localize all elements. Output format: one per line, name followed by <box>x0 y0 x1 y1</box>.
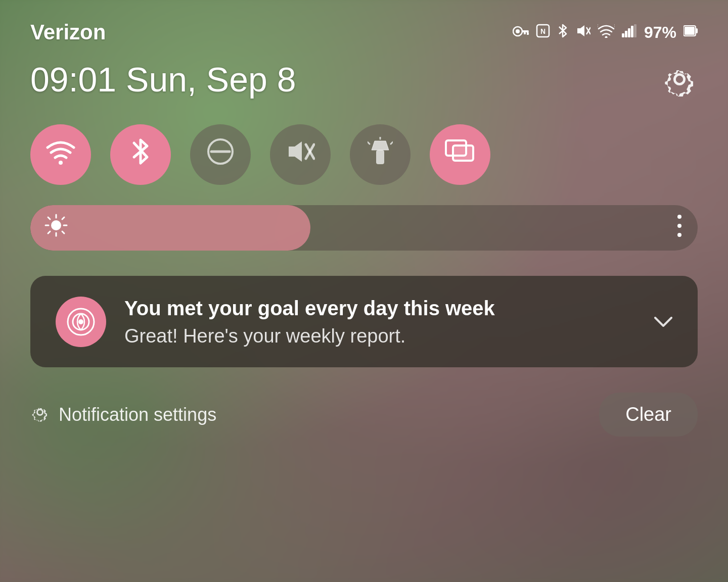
dnd-toggle[interactable] <box>190 124 251 185</box>
mute-toggle[interactable] <box>270 124 331 185</box>
svg-point-19 <box>59 161 63 165</box>
svg-point-40 <box>677 215 681 219</box>
settings-gear-button[interactable] <box>661 61 698 98</box>
datetime-display: 09:01 Sun, Sep 8 <box>30 60 296 99</box>
brightness-fill <box>30 205 310 251</box>
svg-rect-15 <box>634 24 636 37</box>
dnd-toggle-icon <box>206 137 235 172</box>
battery-icon <box>684 24 698 40</box>
svg-marker-22 <box>289 141 302 162</box>
wifi-status-icon <box>598 24 615 41</box>
signal-icon <box>622 24 637 41</box>
svg-rect-11 <box>622 33 624 37</box>
notification-content: You met your goal every day this week Gr… <box>124 296 636 347</box>
clear-button[interactable]: Clear <box>599 393 698 437</box>
brightness-slider[interactable] <box>30 205 698 251</box>
bottom-row: Notification settings Clear <box>30 393 698 437</box>
vpn-icon <box>513 24 529 40</box>
screen-capture-toggle[interactable] <box>430 124 490 185</box>
svg-marker-7 <box>577 25 584 36</box>
svg-point-45 <box>78 319 83 324</box>
bluetooth-toggle-icon <box>130 136 151 173</box>
carrier-label: Verizon <box>30 20 106 44</box>
svg-point-42 <box>677 233 681 237</box>
notification-settings-link[interactable]: Notification settings <box>30 403 216 426</box>
wifi-toggle[interactable] <box>30 124 91 185</box>
svg-line-37 <box>62 231 64 233</box>
status-bar: Verizon N <box>30 20 698 44</box>
notification-expand-chevron[interactable] <box>654 311 672 332</box>
svg-point-10 <box>605 36 607 38</box>
bluetooth-toggle[interactable] <box>110 124 171 185</box>
notification-card[interactable]: You met your goal every day this week Gr… <box>30 276 698 367</box>
svg-line-27 <box>391 142 393 144</box>
svg-rect-12 <box>625 31 627 37</box>
svg-point-1 <box>516 29 520 33</box>
svg-rect-30 <box>453 146 473 161</box>
quick-toggles-row <box>30 124 698 185</box>
nfc-icon: N <box>536 24 550 41</box>
svg-line-26 <box>368 142 370 144</box>
svg-point-41 <box>677 224 681 228</box>
notification-title: You met your goal every day this week <box>124 296 636 320</box>
notif-app-icon <box>56 297 106 347</box>
svg-point-31 <box>51 220 61 230</box>
flashlight-toggle[interactable] <box>350 124 411 185</box>
svg-line-39 <box>48 231 50 233</box>
svg-rect-14 <box>631 26 633 37</box>
time-display: 09:01 <box>30 60 116 99</box>
notification-body: Great! Here's your weekly report. <box>124 325 636 347</box>
datetime-row: 09:01 Sun, Sep 8 <box>30 60 698 99</box>
flashlight-toggle-icon <box>368 137 393 172</box>
notification-settings-label: Notification settings <box>59 404 216 425</box>
mute-status-icon <box>575 23 590 42</box>
svg-rect-18 <box>696 28 698 33</box>
svg-rect-17 <box>685 27 695 35</box>
svg-rect-3 <box>527 32 529 35</box>
battery-percent: 97% <box>644 23 676 42</box>
bluetooth-status-icon <box>557 23 568 42</box>
notification-settings-icon <box>30 403 50 426</box>
svg-line-36 <box>48 217 50 219</box>
status-icons-group: N <box>513 23 698 42</box>
svg-text:N: N <box>540 27 545 35</box>
date-text: Sun, Sep 8 <box>126 60 296 99</box>
wifi-toggle-icon <box>46 138 76 171</box>
svg-rect-4 <box>524 32 526 34</box>
mute-toggle-icon <box>286 138 315 171</box>
brightness-icon <box>44 214 68 242</box>
svg-line-38 <box>62 217 64 219</box>
svg-rect-13 <box>628 28 630 37</box>
brightness-more-button[interactable] <box>675 213 684 244</box>
svg-rect-25 <box>376 150 384 164</box>
svg-rect-2 <box>522 30 529 32</box>
screen-capture-toggle-icon <box>444 138 476 171</box>
